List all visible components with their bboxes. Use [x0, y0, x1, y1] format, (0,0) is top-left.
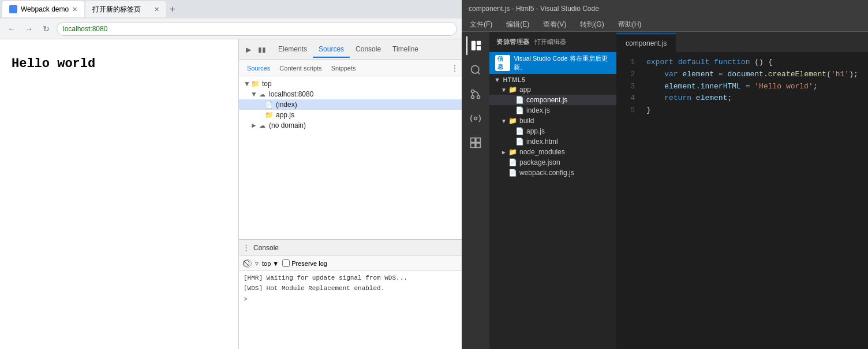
sidebar-search-icon[interactable] [466, 61, 485, 79]
devtools-select-icon[interactable]: ▶ [242, 44, 254, 55]
tree-nodomain[interactable]: ► ☁ (no domain) [239, 120, 462, 131]
open-editors-label[interactable]: 打开编辑器 [534, 38, 566, 46]
console-filter-bar: ⃠ ▿ top ▼ Preserve log [239, 256, 462, 271]
svg-rect-9 [471, 138, 476, 143]
tree-appjs[interactable]: 📁 app.js [239, 110, 462, 120]
sidebar-git-icon[interactable] [466, 85, 485, 103]
exp-item-packagejson[interactable]: 📄 package.json [489, 157, 616, 168]
subtab-content-scripts[interactable]: Content scripts [275, 62, 326, 74]
folder-nodemodules-icon: 📁 [508, 148, 517, 156]
address-text: localhost:8080 [63, 25, 107, 33]
subtab-sources[interactable]: Sources [242, 62, 275, 74]
devtools-device-icon[interactable]: ▮▮ [256, 44, 268, 55]
explorer-html5-section[interactable]: ▼ HTML5 [489, 74, 616, 84]
tree-index-label: (index) [276, 101, 297, 109]
page-area: Hello world ▶ ▮▮ Elements Sources Consol… [0, 39, 462, 349]
vscode-explorer: 资源管理器 打开编辑器 信息 Visual Studio Code 将在重启后更… [489, 32, 616, 349]
tab-close-icon[interactable]: ✕ [72, 6, 77, 13]
tree-localhost-label: localhost:8080 [269, 90, 313, 98]
exp-item-app[interactable]: ▼ 📁 app [489, 84, 616, 95]
sidebar-debug-icon[interactable] [466, 109, 485, 128]
exp-packagejson-label: package.json [519, 158, 560, 166]
back-button[interactable]: ← [5, 22, 18, 36]
devtools-tab-bar: ▶ ▮▮ Elements Sources Console Timeline [239, 39, 462, 60]
editor-tab-componentjs[interactable]: component.js [616, 34, 676, 52]
console-clear-icon[interactable]: ⃠ [244, 259, 252, 268]
line-num-2: 2 [616, 69, 635, 81]
exp-item-componentjs[interactable]: 📄 component.js [489, 95, 616, 105]
console-filter-icon[interactable]: ▿ [255, 259, 259, 268]
menu-help[interactable]: 帮助(H) [615, 18, 645, 31]
exp-nodemodules-label: node_modules [519, 148, 565, 156]
vscode-menubar: 文件(F) 编辑(E) 查看(V) 转到(G) 帮助(H) [462, 17, 868, 32]
console-dots-icon[interactable]: ⋮ [242, 243, 250, 252]
exp-componentjs-label: component.js [526, 96, 567, 104]
code-content[interactable]: export default function () { var element… [639, 52, 868, 349]
console-toolbar: ⋮ Console [239, 240, 462, 256]
menu-goto[interactable]: 转到(G) [577, 18, 607, 31]
exp-item-appjs[interactable]: 📄 app.js [489, 126, 616, 136]
refresh-button[interactable]: ↻ [39, 22, 53, 36]
menu-file[interactable]: 文件(F) [466, 18, 496, 31]
svg-line-4 [478, 72, 480, 75]
exp-item-build[interactable]: ▼ 📁 build [489, 116, 616, 126]
exp-item-nodemodules[interactable]: ► 📁 node_modules [489, 147, 616, 157]
sidebar-explorer-icon[interactable] [466, 36, 485, 55]
exp-item-indexhtml[interactable]: 📄 index.html [489, 136, 616, 147]
new-tab-close-icon[interactable]: ✕ [154, 6, 159, 13]
tab-timeline[interactable]: Timeline [387, 42, 424, 58]
sidebar-extensions-icon[interactable] [466, 133, 485, 152]
info-message: Visual Studio Code 将在重启后更新。 [514, 54, 611, 72]
tree-top[interactable]: ▼ 📁 top [239, 79, 462, 89]
file-appjs-icon: 📁 [264, 111, 274, 119]
tree-index[interactable]: 📄 (index) [239, 99, 462, 110]
tab-elements[interactable]: Elements [272, 42, 313, 58]
svg-rect-1 [477, 41, 481, 45]
editor-tabs: component.js [616, 32, 868, 52]
new-tab-label: 打开新的标签页 [92, 5, 141, 14]
svg-point-6 [472, 90, 474, 93]
tree-top-label: top [262, 80, 272, 88]
svg-point-8 [474, 117, 477, 120]
folder-app-icon: 📁 [508, 86, 517, 94]
console-top-label: top [262, 260, 271, 267]
menu-edit[interactable]: 编辑(E) [503, 18, 533, 31]
console-dropdown-icon: ▼ [272, 260, 279, 267]
exp-indexhtml-label: index.html [526, 138, 558, 146]
svg-rect-11 [471, 143, 476, 148]
exp-item-indexjs[interactable]: 📄 index.js [489, 105, 616, 116]
active-tab-label: Webpack demo [21, 5, 69, 13]
tree-localhost[interactable]: ▼ ☁ localhost:8080 [239, 89, 462, 99]
tab-console[interactable]: Console [350, 42, 387, 58]
forward-button[interactable]: → [22, 22, 36, 36]
explorer-header: 资源管理器 打开编辑器 [489, 32, 616, 52]
address-bar[interactable]: localhost:8080 [57, 22, 457, 36]
new-tab-button[interactable]: + [170, 4, 175, 14]
info-banner: 信息 Visual Studio Code 将在重启后更新。 [489, 52, 616, 74]
tab-sources[interactable]: Sources [313, 42, 350, 58]
svg-point-5 [477, 96, 480, 99]
active-tab[interactable]: Webpack demo ✕ [2, 1, 84, 17]
console-prompt[interactable]: > [244, 296, 457, 303]
sources-tree: ▼ 📁 top ▼ ☁ localhost:8080 📄 (index [239, 76, 462, 239]
folder-top-icon: 📁 [250, 80, 260, 88]
console-label: Console [253, 244, 279, 252]
sources-panel: Sources Content scripts Snippets ⋮ ▼ 📁 t… [239, 60, 462, 349]
subtab-snippets[interactable]: Snippets [327, 62, 361, 74]
sources-subtab-bar: Sources Content scripts Snippets ⋮ [239, 60, 462, 76]
exp-item-webpackconfig[interactable]: 📄 webpack.config.js [489, 168, 616, 178]
svg-point-3 [472, 66, 479, 73]
file-webpackconfig-icon: 📄 [508, 169, 517, 177]
menu-view[interactable]: 查看(V) [540, 18, 570, 31]
exp-webpackconfig-label: webpack.config.js [519, 169, 574, 177]
cloud-nodomain-icon: ☁ [257, 121, 267, 129]
new-tab[interactable]: 打开新的标签页 ✕ [85, 1, 166, 17]
exp-arrow-build: ▼ [501, 118, 508, 124]
sources-more-icon[interactable]: ⋮ [451, 64, 458, 72]
explorer-title: 资源管理器 [496, 38, 530, 46]
console-preserve-log-check[interactable]: Preserve log [282, 259, 327, 267]
tab-bar: Webpack demo ✕ 打开新的标签页 ✕ + [0, 0, 462, 18]
preserve-log-checkbox[interactable] [282, 259, 290, 267]
console-context-select[interactable]: top ▼ [262, 260, 279, 267]
cloud-localhost-icon: ☁ [257, 90, 267, 98]
